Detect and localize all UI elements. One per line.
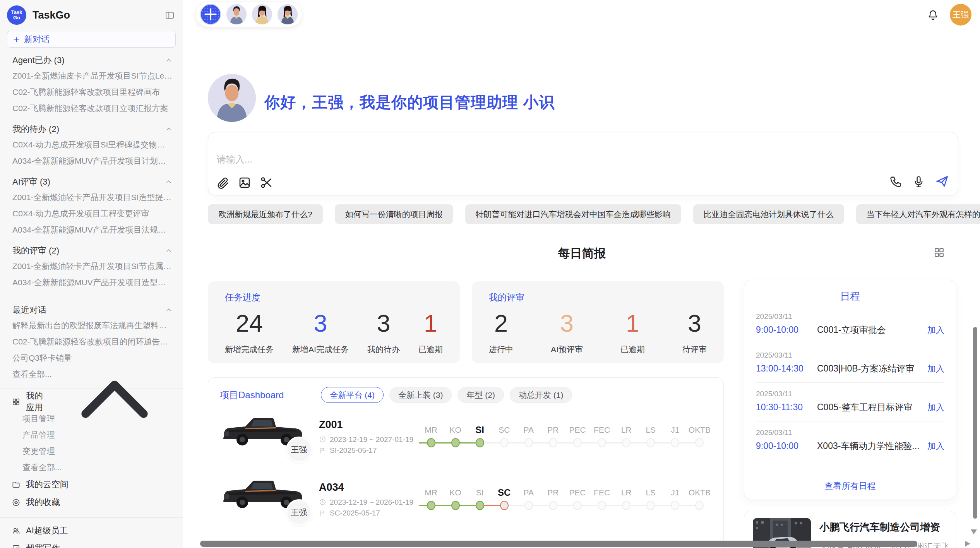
dashboard-tab[interactable]: 全新上装 (3): [389, 387, 452, 403]
send-icon[interactable]: [935, 174, 949, 189]
bell-icon[interactable]: [927, 9, 939, 21]
agent-avatar[interactable]: [252, 4, 272, 24]
brief-card-stats: 2进行中3AI预评审1已逾期3待评审: [489, 308, 707, 355]
milestone-label: FEC: [590, 423, 614, 437]
scroll-right-arrow-icon[interactable]: [965, 541, 970, 546]
grid-icon[interactable]: [933, 247, 945, 259]
suggestion-chip[interactable]: 当下年轻人对汽车外观有怎样的喜好趋势: [856, 204, 980, 224]
stat: 2进行中: [489, 308, 513, 355]
sidebar-item[interactable]: Z001-全新燃油轻卡产品开发项目SI节点属性5D文件评审: [0, 258, 183, 274]
write-icon: [12, 544, 21, 548]
suggestion-chip[interactable]: 比亚迪全固态电池计划具体说了什么: [693, 204, 844, 224]
stat-value: 3: [367, 308, 400, 339]
new-agent-button[interactable]: [200, 4, 221, 25]
project-image: 王强: [220, 475, 308, 524]
app-logo: Task Go: [7, 5, 26, 25]
schedule-event: 2025/03/119:00-10:00C001-立项审批会加入: [756, 312, 944, 336]
milestone: LR: [614, 486, 639, 512]
sidebar-tool[interactable]: 帮我写作: [0, 539, 183, 548]
horizontal-scrollbar[interactable]: [200, 541, 917, 547]
chevron-up-icon[interactable]: [165, 306, 173, 314]
sidebar-section-header[interactable]: AI评审 (3): [12, 176, 173, 188]
milestone-label: PEC: [565, 423, 589, 437]
milestone: PR: [541, 423, 565, 450]
phone-icon[interactable]: [889, 175, 903, 188]
suggestion-chip[interactable]: 如何写一份清晰的项目周报: [335, 204, 453, 224]
milestone-dot-row: [614, 437, 639, 450]
milestone-dot-row: [443, 437, 468, 450]
milestone-dot: [598, 501, 606, 510]
event-join-link[interactable]: 加入: [927, 324, 944, 336]
milestone-dot-row: [419, 499, 443, 512]
chevron-up-icon[interactable]: [165, 247, 173, 255]
project-row[interactable]: 王强Z0012023-12-19 ~ 2027-01-19SI-2025-05-…: [220, 408, 712, 466]
project-row[interactable]: 王强A0342023-12-19 ~ 2026-01-19SC-2025-05-…: [220, 470, 712, 528]
milestone: PA: [516, 423, 541, 450]
chevron-up-icon[interactable]: [57, 344, 173, 460]
sidebar-section-header[interactable]: 我的评审 (2): [12, 245, 173, 257]
stat: 24新增完成任务: [225, 308, 274, 355]
scroll-down-arrow-icon[interactable]: [971, 529, 977, 534]
suggestion-chip[interactable]: 特朗普可能对进口汽车增税会对中国车企造成哪些影响: [465, 204, 681, 224]
event-date: 2025/03/11: [756, 351, 944, 360]
chat-input[interactable]: [217, 153, 836, 170]
sidebar-tool-label: 帮我写作: [26, 543, 173, 548]
attachment-icon[interactable]: [216, 176, 230, 190]
milestone: SC: [492, 486, 516, 512]
sidebar-link[interactable]: 我的收藏: [0, 493, 183, 511]
chevron-up-icon[interactable]: [165, 178, 173, 186]
microphone-icon[interactable]: [912, 175, 925, 188]
project-date-range: 2023-12-19 ~ 2027-01-19: [330, 435, 413, 444]
milestone-dot-row: [492, 499, 516, 512]
sidebar-section-header[interactable]: Agent已办 (3): [12, 55, 173, 66]
chevron-up-icon[interactable]: [165, 125, 173, 133]
recent-conversation-item[interactable]: 解释最新出台的欧盟报废车法规再生塑料比例被调至15%...: [0, 317, 183, 334]
project-list: 王强Z0012023-12-19 ~ 2027-01-19SI-2025-05-…: [220, 408, 712, 548]
stat-label: 新增完成任务: [225, 344, 274, 355]
logo-line2: Go: [13, 15, 20, 21]
sidebar-section-header[interactable]: 我的待办 (2): [12, 123, 173, 135]
user-avatar[interactable]: 王强: [950, 4, 971, 26]
view-all-schedule-link[interactable]: 查看所有日程: [756, 480, 944, 492]
event-join-link[interactable]: 加入: [927, 363, 944, 375]
vertical-scrollbar[interactable]: [973, 327, 977, 519]
scissors-icon[interactable]: [259, 176, 273, 190]
sidebar-item[interactable]: C02-飞腾新能源轻客改款项目里程碑画布: [0, 84, 183, 100]
new-chat-button[interactable]: + 新对话: [7, 31, 176, 48]
dashboard-tab[interactable]: 年型 (2): [457, 387, 504, 403]
milestone-dot: [695, 438, 704, 447]
milestone-dot-row: [541, 499, 565, 512]
sidebar-item[interactable]: C0X4-动力总成开发项目工程变更评审: [0, 206, 183, 222]
image-icon[interactable]: [238, 176, 252, 190]
milestone-dot: [646, 501, 655, 510]
agent-avatar[interactable]: [278, 4, 298, 24]
sidebar-tool[interactable]: AI超级员工: [0, 522, 183, 539]
sidebar-item[interactable]: C02-飞腾新能源轻客改款项目立项汇报方案: [0, 100, 183, 116]
dashboard-tab[interactable]: 动总开发 (1): [510, 387, 572, 403]
sidebar-item-my-apps[interactable]: 我的应用: [0, 393, 183, 411]
sidebar-item[interactable]: C0X4-动力总成开发项目SI里程碑提交物检查: [0, 137, 183, 153]
sidebar-item[interactable]: Z001-全新燃油皮卡产品开发项目SI节点Lesson Learn报告: [0, 68, 183, 84]
milestone-dot: [549, 501, 557, 510]
sidebar-link[interactable]: 我的云空间: [0, 476, 183, 493]
milestone-label: PA: [516, 486, 541, 499]
event-join-link[interactable]: 加入: [927, 402, 944, 413]
chevron-up-icon[interactable]: [165, 57, 173, 64]
sidebar-item[interactable]: A034-全新新能源MUV产品开发项目计划变更表编写: [0, 153, 183, 169]
milestone: PEC: [565, 423, 589, 450]
sidebar-item[interactable]: A034-全新新能源MUV产品开发项目造型可行性评审: [0, 274, 183, 291]
suggestion-chip[interactable]: 欧洲新规最近颁布了什么?: [208, 204, 323, 224]
stat: 3待评审: [682, 308, 707, 355]
event-time: 9:00-10:00: [756, 441, 817, 451]
agent-avatar[interactable]: [226, 4, 247, 24]
schedule-title: 日程: [756, 289, 944, 303]
app-item[interactable]: 查看全部...: [0, 459, 183, 476]
sidebar-section-header[interactable]: 最近对话: [12, 304, 173, 316]
sidebar-item[interactable]: Z001-全新燃油轻卡产品开发项目SI造型提交物评审: [0, 189, 183, 206]
sidebar-item[interactable]: A034-全新新能源MUV产品开发项目法规符合性评审: [0, 222, 183, 238]
sidebar-collapse-icon[interactable]: [164, 10, 175, 21]
event-join-link[interactable]: 加入: [927, 440, 944, 452]
dashboard-tab[interactable]: 全新平台 (4): [321, 387, 384, 403]
clock-icon: [319, 436, 326, 443]
app-title: TaskGo: [33, 9, 164, 21]
